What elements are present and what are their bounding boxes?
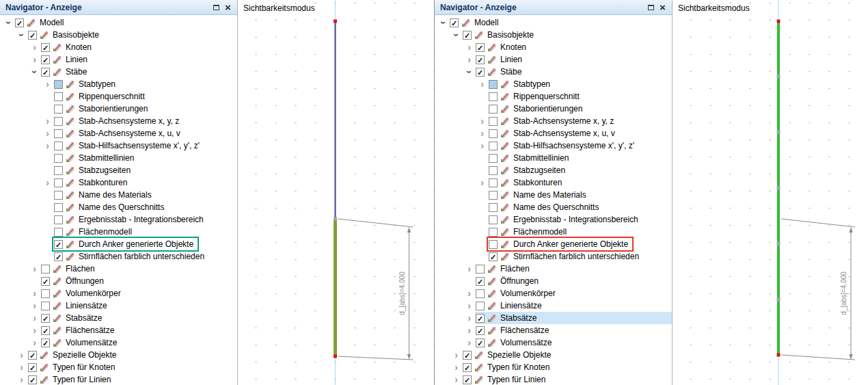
- intermediate-node-marker[interactable]: [777, 75, 781, 79]
- bottom-node-marker[interactable]: [777, 354, 781, 357]
- visibility-checkbox[interactable]: ✓: [476, 277, 485, 286]
- tree-item-label[interactable]: Linien: [66, 55, 87, 64]
- tree-item-label[interactable]: Stabkonturen: [79, 178, 127, 187]
- tree-item-label[interactable]: Name des Materials: [513, 190, 586, 200]
- expand-chevron-icon[interactable]: ›: [450, 349, 462, 360]
- tree-item-label[interactable]: Modell: [474, 18, 498, 27]
- visibility-checkbox[interactable]: ✓: [463, 351, 472, 360]
- tree-item-label[interactable]: Name des Querschnitts: [513, 202, 599, 212]
- expand-chevron-icon[interactable]: ›: [450, 362, 462, 373]
- viewport-canvas[interactable]: d_[abs]=4.000: [673, 0, 868, 385]
- tree-item-label[interactable]: Typen für Linien: [53, 375, 111, 384]
- collapse-chevron-icon[interactable]: ›: [438, 17, 449, 29]
- tree-item-label[interactable]: Flächenmodell: [513, 227, 567, 237]
- visibility-checkbox[interactable]: ✓: [463, 31, 472, 40]
- tree-item-label[interactable]: Stabkonturen: [513, 178, 562, 187]
- visibility-checkbox[interactable]: ✓: [41, 68, 50, 77]
- visibility-checkbox[interactable]: ✓: [489, 252, 498, 261]
- collapse-chevron-icon[interactable]: ›: [16, 29, 27, 41]
- visibility-checkbox[interactable]: ✓: [28, 351, 37, 360]
- tree-item-label[interactable]: Stäbe: [500, 67, 521, 77]
- expand-chevron-icon[interactable]: ›: [463, 42, 475, 53]
- visibility-checkbox[interactable]: ✓: [54, 252, 63, 261]
- close-panel-button[interactable]: ×: [657, 2, 668, 13]
- tree-item-label[interactable]: Stabtypen: [513, 79, 550, 89]
- model-viewport[interactable]: Sichtbarkeitsmodus d_[abs]=4.00: [673, 0, 868, 385]
- visibility-checkbox[interactable]: [489, 105, 498, 114]
- visibility-checkbox[interactable]: [54, 92, 63, 101]
- tree-item-label[interactable]: Durch Anker generierte Objekte: [79, 239, 193, 249]
- tree-item-label[interactable]: Öffnungen: [66, 276, 104, 286]
- tree-item-label[interactable]: Stabtypen: [79, 79, 116, 89]
- visibility-checkbox[interactable]: [41, 265, 50, 274]
- collapse-chevron-icon[interactable]: ›: [464, 66, 475, 78]
- visibility-checkbox[interactable]: [54, 80, 63, 89]
- tree-item-label[interactable]: Stäbe: [66, 67, 87, 77]
- tree-item-label[interactable]: Spezielle Objekte: [487, 350, 551, 360]
- bottom-node-marker[interactable]: [334, 355, 337, 358]
- tree-item-label[interactable]: Knoten: [500, 42, 526, 52]
- tree-item-label[interactable]: Name des Querschnitts: [79, 202, 164, 212]
- tree-item-label[interactable]: Spezielle Objekte: [53, 350, 116, 360]
- tree-item-label[interactable]: Rippenquerschnitt: [79, 92, 145, 101]
- expand-chevron-icon[interactable]: ›: [463, 325, 475, 336]
- tree-item-label[interactable]: Rippenquerschnitt: [513, 92, 580, 101]
- visibility-checkbox[interactable]: [489, 215, 498, 224]
- expand-chevron-icon[interactable]: ›: [476, 79, 488, 90]
- tree-item-label[interactable]: Stab-Achsensysteme x, u, v: [513, 129, 615, 138]
- expand-chevron-icon[interactable]: ›: [42, 79, 53, 90]
- tree-item-label[interactable]: Ergebnisstab - Integrationsbereich: [513, 215, 638, 224]
- expand-chevron-icon[interactable]: ›: [29, 288, 40, 299]
- tree-item-label[interactable]: Durch Anker generierte Objekte: [513, 239, 628, 249]
- expand-chevron-icon[interactable]: ›: [29, 263, 40, 274]
- model-viewport[interactable]: Sichtbarkeitsmodus d_[abs]=4.000: [238, 0, 434, 385]
- visibility-checkbox[interactable]: [476, 289, 485, 298]
- visibility-checkbox[interactable]: [489, 142, 498, 150]
- tree-item-label[interactable]: Volumensätze: [500, 338, 552, 347]
- tree-item-label[interactable]: Volumenkörper: [500, 289, 556, 298]
- visibility-checkbox[interactable]: [54, 142, 63, 150]
- tree-item-label[interactable]: Stab-Achsensysteme x, y, z: [79, 116, 179, 126]
- tree-item-label[interactable]: Typen für Knoten: [487, 362, 550, 372]
- visibility-checkbox[interactable]: ✓: [476, 68, 485, 77]
- expand-chevron-icon[interactable]: ›: [29, 325, 40, 336]
- expand-chevron-icon[interactable]: ›: [42, 116, 53, 127]
- expand-chevron-icon[interactable]: ›: [29, 313, 40, 323]
- expand-chevron-icon[interactable]: ›: [16, 349, 27, 360]
- visibility-checkbox[interactable]: [476, 302, 485, 310]
- visibility-checkbox[interactable]: ✓: [28, 375, 37, 384]
- visibility-checkbox[interactable]: [489, 154, 498, 163]
- visibility-checkbox[interactable]: [489, 178, 498, 187]
- collapse-chevron-icon[interactable]: ›: [29, 66, 40, 78]
- visibility-checkbox[interactable]: ✓: [476, 314, 485, 323]
- visibility-checkbox[interactable]: ✓: [28, 31, 37, 40]
- tree-item-label[interactable]: Staborientierungen: [79, 104, 148, 114]
- visibility-checkbox[interactable]: [489, 191, 498, 200]
- expand-chevron-icon[interactable]: ›: [29, 42, 40, 53]
- tree-item-label[interactable]: Volumensätze: [66, 338, 117, 347]
- tree-item-label[interactable]: Liniensätze: [500, 301, 542, 310]
- tree-item-label[interactable]: Stabmittellinien: [79, 153, 134, 163]
- visibility-checkbox[interactable]: [489, 203, 498, 212]
- visibility-checkbox[interactable]: ✓: [41, 338, 50, 347]
- expand-chevron-icon[interactable]: ›: [476, 140, 488, 151]
- visibility-checkbox[interactable]: [489, 129, 498, 138]
- tree-item-label[interactable]: Ergebnisstab - Integrationsbereich: [79, 215, 204, 224]
- visibility-checkbox[interactable]: [54, 178, 63, 187]
- visibility-checkbox[interactable]: [489, 92, 498, 101]
- visibility-checkbox[interactable]: [41, 289, 50, 298]
- tree-item-label[interactable]: Flächen: [66, 264, 95, 274]
- expand-chevron-icon[interactable]: ›: [16, 374, 27, 385]
- tree-item-label[interactable]: Typen für Linien: [487, 375, 545, 384]
- tree-item-label[interactable]: Stirnflächen farblich unterschieden: [79, 252, 204, 261]
- intermediate-node-marker[interactable]: [777, 131, 781, 134]
- expand-chevron-icon[interactable]: ›: [463, 54, 475, 65]
- visibility-checkbox[interactable]: [489, 228, 498, 237]
- close-panel-button[interactable]: ×: [222, 2, 234, 13]
- junction-node-marker[interactable]: [334, 217, 337, 221]
- tree-item-label[interactable]: Linien: [500, 55, 522, 64]
- visibility-checkbox[interactable]: ✓: [476, 326, 485, 335]
- expand-chevron-icon[interactable]: ›: [463, 337, 475, 348]
- tree-item-label[interactable]: Knoten: [66, 42, 92, 52]
- visibility-checkbox[interactable]: ✓: [41, 55, 50, 64]
